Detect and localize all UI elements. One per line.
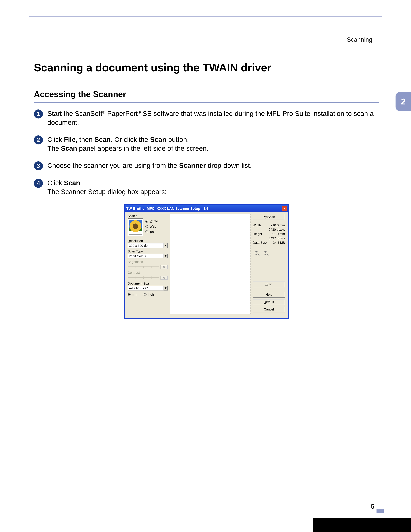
chapter-tab: 2 <box>395 92 411 111</box>
chevron-down-icon <box>165 245 167 246</box>
text: . <box>80 179 82 187</box>
radio-photo[interactable]: PPhotohoto <box>145 219 158 223</box>
docsize-combo[interactable]: A4 210 x 297 mm <box>128 286 168 291</box>
contrast-label: Contrast <box>128 271 168 275</box>
radio-inch[interactable]: inch <box>144 293 154 296</box>
section-rule <box>34 102 379 103</box>
label: Data Size <box>253 240 267 245</box>
docsize-value: A4 210 x 297 mm <box>128 286 163 291</box>
scantype-value: 24bit Colour <box>128 254 163 258</box>
zoom-in-button[interactable] <box>253 250 260 256</box>
zoom-out-icon <box>264 251 267 255</box>
chevron-down-icon <box>165 287 167 289</box>
help-button[interactable]: Help <box>253 292 285 298</box>
text: Start the ScanSoft <box>47 110 102 117</box>
contrast-slider[interactable]: 0 <box>128 275 168 280</box>
bold: Scanner <box>179 162 206 169</box>
text: , then <box>75 136 94 143</box>
step-2: 2 Click File, then Scan. Or click the Sc… <box>34 135 379 153</box>
text: panel appears in the left side of the sc… <box>77 145 208 152</box>
radio-dot-icon <box>128 293 131 296</box>
brightness-value: 0 <box>160 265 168 269</box>
step-3-text: Choose the scanner you are using from th… <box>47 161 379 171</box>
page-number-accent <box>376 509 383 513</box>
text: The <box>47 145 61 152</box>
value: 2480 pixels <box>269 228 285 232</box>
value: 210.0 mm <box>271 223 285 228</box>
prescan-button[interactable]: PreScan <box>253 214 285 220</box>
sunflower-icon <box>129 220 142 234</box>
scan-info: Width210.0 mm 2480 pixels Height291.0 mm… <box>253 223 285 245</box>
bold: File <box>64 136 75 143</box>
step-1-badge: 1 <box>34 109 43 118</box>
chevron-down-icon <box>165 255 167 257</box>
step-3: 3 Choose the scanner you are using from … <box>34 161 379 171</box>
text: Click <box>47 136 64 143</box>
zoom-out-button[interactable] <box>262 250 269 256</box>
preview-area[interactable] <box>170 214 251 314</box>
close-icon: ✕ <box>283 207 286 210</box>
bold: Scan <box>61 145 77 152</box>
text: Click <box>47 179 64 187</box>
text: Choose the scanner you are using from th… <box>47 162 179 169</box>
start-button[interactable]: Start <box>253 282 285 287</box>
cancel-button[interactable]: Cancel <box>253 307 285 313</box>
default-button[interactable]: Default <box>253 299 285 305</box>
dialog-title: TW-Brother MFC- XXXX LAN Scanner Setup -… <box>126 207 211 211</box>
text: button. <box>166 136 189 143</box>
scan-label: Scan : <box>128 214 168 218</box>
radio-dot-icon <box>145 225 148 228</box>
page-number: 5 <box>371 503 374 510</box>
footer-black-bar <box>313 518 411 532</box>
step-1: 1 Start the ScanSoft® PaperPort® SE soft… <box>34 109 379 127</box>
resolution-combo[interactable]: 300 x 300 dpi <box>128 243 168 248</box>
value: 291.0 mm <box>271 232 285 236</box>
text: The Scanner Setup dialog box appears: <box>47 188 167 196</box>
combo-dropdown-button[interactable] <box>163 254 168 258</box>
text: inch <box>148 293 154 296</box>
step-4-text: Click Scan. The Scanner Setup dialog box… <box>47 179 379 196</box>
radio-dot-icon <box>144 293 147 296</box>
step-4: 4 Click Scan. The Scanner Setup dialog b… <box>34 179 379 196</box>
close-button[interactable]: ✕ <box>282 206 287 211</box>
registered-icon: ® <box>138 110 141 114</box>
docsize-label: Document Size <box>128 282 168 285</box>
zoom-in-icon <box>255 251 258 255</box>
bold: Scan <box>150 136 166 143</box>
step-2-text: Click File, then Scan. Or click the Scan… <box>47 135 379 153</box>
resolution-label: Resolution <box>128 239 168 243</box>
dialog-titlebar: TW-Brother MFC- XXXX LAN Scanner Setup -… <box>125 205 288 212</box>
step-1-text: Start the ScanSoft® PaperPort® SE softwa… <box>47 109 379 127</box>
brightness-label: Brightness <box>128 260 168 264</box>
top-rule <box>29 16 382 17</box>
radio-dot-icon <box>145 230 148 233</box>
section-heading: Accessing the Scanner <box>34 89 379 99</box>
value: 3437 pixels <box>269 236 285 240</box>
text: drop-down list. <box>206 162 252 169</box>
text: PaperPort <box>105 110 138 117</box>
scanner-setup-dialog: TW-Brother MFC- XXXX LAN Scanner Setup -… <box>124 204 289 319</box>
radio-mm[interactable]: mm <box>128 293 137 296</box>
contrast-value: 0 <box>160 276 168 280</box>
step-4-badge: 4 <box>34 179 43 188</box>
radio-web[interactable]: Web <box>145 225 158 228</box>
text: . Or click the <box>111 136 150 143</box>
label: Width <box>253 223 261 228</box>
label: Height <box>253 232 262 236</box>
radio-text[interactable]: Text <box>145 230 158 234</box>
page-title: Scanning a document using the TWAIN driv… <box>34 61 379 74</box>
scantype-combo[interactable]: 24bit Colour <box>128 254 168 258</box>
bold: Scan <box>64 179 80 187</box>
brightness-slider[interactable]: 0 <box>128 264 168 269</box>
bold: Scan <box>94 136 111 143</box>
resolution-value: 300 x 300 dpi <box>128 243 163 248</box>
registered-icon: ® <box>102 110 105 114</box>
running-head: Scanning <box>347 36 372 43</box>
combo-dropdown-button[interactable] <box>163 286 168 291</box>
scantype-label: Scan Type <box>128 249 168 253</box>
value: 24.3 MB <box>273 240 285 245</box>
step-2-badge: 2 <box>34 135 43 144</box>
step-3-badge: 3 <box>34 161 43 171</box>
scan-thumbnail <box>128 218 143 236</box>
combo-dropdown-button[interactable] <box>163 243 168 248</box>
